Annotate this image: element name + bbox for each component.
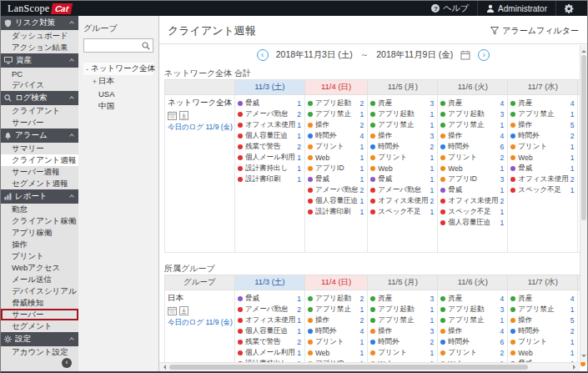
alarm-entry[interactable]: 資産4: [510, 293, 575, 304]
sidebar-item[interactable]: サーバー: [1, 309, 78, 320]
sidebar-item[interactable]: アクション結果: [1, 42, 78, 53]
alarm-entry[interactable]: 個人容量圧迫1: [238, 325, 303, 336]
alarm-entry[interactable]: オフィス未使用2: [440, 195, 505, 206]
alarm-filter-button[interactable]: アラームフィルター: [490, 25, 579, 37]
alarm-entry[interactable]: 残業で警告2: [238, 336, 303, 347]
sidebar-item[interactable]: セグメント週報: [1, 178, 78, 189]
sidebar-item[interactable]: サーバー: [1, 117, 78, 129]
alarm-entry[interactable]: 脅威1: [510, 163, 575, 174]
alarm-entry[interactable]: アプリ禁止1: [510, 304, 575, 315]
alarm-entry[interactable]: プリント1: [510, 336, 575, 347]
sidebar-item[interactable]: サーバー週報: [1, 166, 78, 178]
alarm-entry[interactable]: アプリ禁止1: [440, 119, 505, 130]
scroll-right-icon[interactable]: [573, 365, 578, 370]
sidebar-item[interactable]: クライアント週報: [1, 154, 78, 166]
sidebar-item[interactable]: セグメント: [1, 320, 78, 332]
alarm-entry[interactable]: 脅威1: [308, 174, 365, 184]
vertical-scroll-thumb[interactable]: [581, 55, 586, 220]
sidebar-item[interactable]: デバイスシリアル: [1, 285, 78, 297]
alarm-entry[interactable]: 資産4: [440, 98, 505, 108]
weekly-calendar-icon[interactable]: [168, 306, 177, 315]
alarm-entry[interactable]: スペック不足1: [440, 206, 505, 217]
alarm-entry[interactable]: プリント1: [370, 347, 435, 358]
alarm-entry[interactable]: 操作2: [308, 315, 365, 325]
alarm-entry[interactable]: アメーバ勤怠2: [308, 184, 365, 195]
alarm-entry[interactable]: Web1: [308, 152, 365, 163]
alarm-entry[interactable]: スペック不足1: [370, 206, 435, 217]
sidebar-item[interactable]: プリント: [1, 250, 78, 262]
sidebar-item[interactable]: ダッシュボード: [1, 30, 78, 42]
scroll-left-icon[interactable]: [161, 365, 166, 370]
alarm-entry[interactable]: スペック不足1: [510, 184, 575, 195]
sidebar-item[interactable]: 勤怠: [1, 204, 78, 215]
sidebar-item[interactable]: クライアント稼働: [1, 215, 78, 227]
search-icon[interactable]: [142, 42, 150, 50]
tree-expander-icon[interactable]: -: [83, 65, 91, 73]
alarm-entry[interactable]: 設計書持出し1: [238, 163, 303, 174]
alarm-entry[interactable]: プリント2: [440, 152, 505, 163]
tree-node[interactable]: +日本: [83, 75, 153, 88]
help-button[interactable]: ? ヘルプ: [423, 1, 477, 16]
alarm-entry[interactable]: プリント1: [370, 152, 435, 163]
alarm-entry[interactable]: 操作5: [510, 315, 575, 325]
alarm-entry[interactable]: アプリ起動3: [440, 108, 505, 119]
alarm-entry[interactable]: 操作3: [370, 325, 435, 336]
alarm-entry[interactable]: アプリ禁止1: [308, 304, 365, 315]
horizontal-scroll-thumb[interactable]: [169, 365, 528, 370]
alarm-entry[interactable]: 時間外6: [440, 141, 505, 152]
alarm-entry[interactable]: アプリ起動2: [308, 293, 365, 304]
alarm-entry[interactable]: アプリ禁止1: [308, 108, 365, 119]
alarm-entry[interactable]: オフィス未使用1: [238, 315, 303, 325]
sidebar-item[interactable]: アプリ稼働: [1, 227, 78, 239]
alarm-entry[interactable]: Web1: [510, 152, 575, 163]
tree-node[interactable]: 中国: [83, 100, 153, 113]
alarm-entry[interactable]: 設計書印刷1: [308, 206, 365, 217]
alarm-entry[interactable]: オフィス未使用1: [238, 119, 303, 130]
next-week-button[interactable]: ›: [478, 49, 490, 61]
alarm-entry[interactable]: アプリ禁止1: [370, 315, 435, 325]
sidebar-item[interactable]: クライアント: [1, 105, 78, 117]
sidebar-collapse-button[interactable]: ‹: [62, 358, 72, 368]
alarm-entry[interactable]: 資産4: [510, 98, 575, 108]
app-logo[interactable]: LanScope Cat: [8, 3, 73, 15]
sidebar-section-asset[interactable]: 資産: [1, 53, 78, 68]
group-search-input[interactable]: [87, 42, 142, 50]
sidebar-item[interactable]: 操作: [1, 239, 78, 250]
alarm-entry[interactable]: Web1: [440, 163, 505, 174]
alarm-entry[interactable]: アプリ起動1: [370, 304, 435, 315]
alarm-entry[interactable]: 脅威1: [440, 184, 505, 195]
alarm-entry[interactable]: プリント1: [308, 141, 365, 152]
sidebar-section-bell[interactable]: アラーム: [1, 129, 78, 143]
group-search-box[interactable]: [83, 38, 153, 53]
calendar-icon[interactable]: [460, 50, 470, 60]
alarm-entry[interactable]: アプリID: [580, 369, 587, 371]
tree-expander-icon[interactable]: +: [91, 78, 98, 86]
sidebar-item[interactable]: デバイス: [1, 79, 78, 91]
prev-week-button[interactable]: ‹: [257, 49, 269, 61]
alarm-entry[interactable]: 資産3: [370, 293, 435, 304]
alarm-entry[interactable]: 個人容量圧迫1: [238, 130, 303, 141]
user-menu[interactable]: Administrator: [477, 1, 555, 16]
alarm-entry[interactable]: 操作4: [440, 325, 505, 336]
settings-gear-button[interactable]: [555, 1, 582, 16]
sidebar-section-search[interactable]: ログ検索: [1, 91, 78, 105]
alarm-entry[interactable]: 時間外4: [308, 325, 365, 336]
alarm-entry[interactable]: 設計書印刷1: [238, 174, 303, 184]
sidebar-item[interactable]: アカウント設定: [1, 346, 78, 358]
tree-node[interactable]: USA: [83, 88, 153, 100]
horizontal-scrollbar[interactable]: [159, 362, 580, 371]
alarm-entry[interactable]: 脅威1: [370, 174, 435, 184]
alarm-entry[interactable]: アプリ起動1: [370, 108, 435, 119]
alarm-entry[interactable]: プリント2: [440, 347, 505, 358]
sidebar-item[interactable]: 脅威検知: [1, 297, 78, 309]
sidebar-item[interactable]: メール送信: [1, 274, 78, 285]
export-icon[interactable]: [179, 111, 188, 120]
alarm-entry[interactable]: オフィス未使用2: [370, 195, 435, 206]
alarm-entry[interactable]: 脅威1: [238, 293, 303, 304]
alarm-entry[interactable]: 脅威1: [238, 98, 303, 108]
alarm-entry[interactable]: 時間外4: [308, 130, 365, 141]
alarm-entry[interactable]: 時間外2: [370, 336, 435, 347]
sidebar-item[interactable]: サマリー: [1, 143, 78, 154]
alarm-entry[interactable]: 時間外6: [440, 336, 505, 347]
alarm-entry[interactable]: 操作3: [370, 130, 435, 141]
